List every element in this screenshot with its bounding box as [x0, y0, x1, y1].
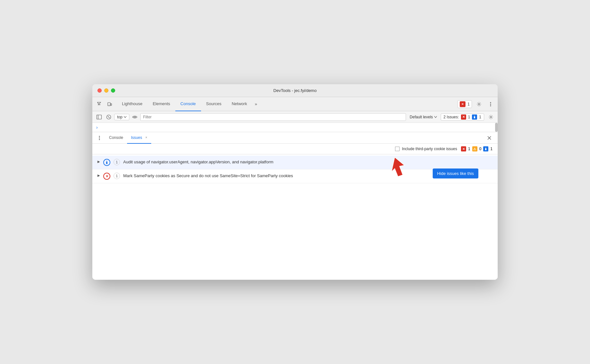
tab-elements[interactable]: Elements — [148, 97, 175, 111]
default-levels-selector[interactable]: Default levels — [407, 114, 439, 120]
issues-info-badge — [472, 114, 477, 120]
nav-icons — [95, 100, 114, 109]
header-error-badge: ✕ — [461, 146, 466, 151]
eye-icon[interactable] — [131, 113, 139, 121]
expand-arrow-1[interactable]: ▶ — [97, 160, 100, 163]
window-title: DevTools - jec.fyi/demo — [273, 88, 317, 93]
issues-error-badge: ✕ — [461, 114, 466, 120]
sub-tab-bar-right — [485, 133, 494, 142]
svg-point-15 — [490, 116, 492, 118]
issue-count-1: 1 — [114, 159, 120, 165]
issues-badge-group: ✕ 1 ⚠ 0 1 — [461, 146, 493, 151]
sub-tab-bar: Console Issues × — [92, 132, 498, 144]
close-button[interactable] — [97, 88, 102, 93]
expand-arrow-2[interactable]: ▶ — [97, 174, 100, 177]
title-bar: DevTools - jec.fyi/demo — [92, 84, 498, 97]
maximize-button[interactable] — [111, 88, 115, 93]
tab-network[interactable]: Network — [226, 97, 252, 111]
clear-console-icon[interactable] — [105, 113, 113, 121]
sub-tab-console[interactable]: Console — [105, 132, 127, 144]
svg-point-24 — [106, 161, 107, 161]
svg-rect-21 — [485, 148, 486, 150]
svg-point-22 — [485, 148, 486, 148]
close-panel-icon[interactable] — [485, 133, 494, 142]
sub-tab-close-icon[interactable]: × — [145, 136, 147, 139]
tab-sources[interactable]: Sources — [201, 97, 227, 111]
svg-point-6 — [490, 104, 491, 105]
issues-list: ▶ 1 Audit usage of navigator.userAgent, … — [92, 156, 498, 183]
tab-lighthouse[interactable]: Lighthouse — [117, 97, 148, 111]
svg-marker-25 — [392, 157, 404, 177]
header-info-badge — [483, 146, 488, 151]
empty-space — [92, 183, 498, 280]
settings-icon[interactable] — [475, 100, 484, 109]
svg-rect-13 — [474, 116, 475, 118]
traffic-lights — [97, 88, 115, 93]
cookie-checkbox[interactable] — [395, 147, 400, 151]
tab-bar-right: ✕ 1 — [457, 100, 495, 109]
device-icon[interactable] — [105, 100, 114, 109]
tab-bar: Lighthouse Elements Console Sources Netw… — [92, 97, 498, 111]
issue-row-1[interactable]: ▶ 1 Audit usage of navigator.userAgent, … — [92, 156, 498, 169]
more-options-icon[interactable] — [486, 100, 495, 109]
error-badge-button[interactable]: ✕ 1 — [457, 100, 472, 108]
issues-header: Include third-party cookie issues ✕ 1 ⚠ … — [92, 144, 498, 154]
sub-tab-issues[interactable]: Issues × — [127, 132, 151, 144]
svg-point-14 — [474, 115, 475, 116]
svg-point-4 — [478, 103, 480, 105]
levels-chevron-icon — [434, 116, 437, 118]
header-warn-badge: ⚠ — [472, 146, 477, 151]
issue-count-2: 1 — [114, 173, 120, 179]
svg-point-17 — [99, 137, 100, 138]
cursor-arrow — [392, 157, 408, 178]
svg-point-12 — [134, 116, 135, 118]
info-issue-icon — [103, 159, 110, 166]
svg-rect-23 — [106, 162, 107, 164]
error-issue-icon: ✕ — [103, 173, 110, 180]
error-icon: ✕ — [460, 101, 466, 107]
sub-tab-dots-icon[interactable] — [96, 135, 103, 141]
svg-point-7 — [490, 105, 491, 106]
cookie-checkbox-row[interactable]: Include third-party cookie issues — [395, 147, 457, 151]
tab-console[interactable]: Console — [175, 97, 201, 111]
minimize-button[interactable] — [104, 88, 108, 93]
console-toolbar: top Default levels 2 Issues: ✕ 1 — [92, 111, 498, 123]
chevron-down-icon — [124, 116, 126, 118]
console-settings-icon[interactable] — [487, 113, 495, 121]
filter-input[interactable] — [140, 113, 406, 121]
svg-line-0 — [97, 102, 98, 104]
more-tabs-button[interactable]: » — [252, 97, 260, 111]
inspect-icon[interactable] — [95, 100, 104, 109]
sidebar-toggle-icon[interactable] — [95, 113, 103, 121]
hide-issues-tooltip[interactable]: Hide issues like this — [433, 168, 478, 178]
top-context-selector[interactable]: top — [114, 114, 129, 120]
console-prompt: › — [92, 123, 498, 132]
issues-count-button[interactable]: 2 Issues: ✕ 1 1 — [441, 114, 484, 121]
devtools-window: DevTools - jec.fyi/demo Lighthouse — [92, 84, 498, 280]
svg-rect-8 — [97, 115, 102, 119]
content-area: Console Issues × Include third-party coo… — [92, 132, 498, 280]
svg-line-11 — [108, 116, 110, 118]
svg-rect-2 — [111, 104, 112, 105]
svg-point-18 — [99, 139, 100, 140]
issue-text-1: Audit usage of navigator.userAgent, navi… — [123, 159, 342, 165]
svg-point-16 — [99, 136, 100, 137]
svg-point-5 — [490, 102, 491, 103]
scrollbar-track[interactable] — [495, 123, 498, 132]
prompt-arrow-icon: › — [96, 125, 98, 130]
